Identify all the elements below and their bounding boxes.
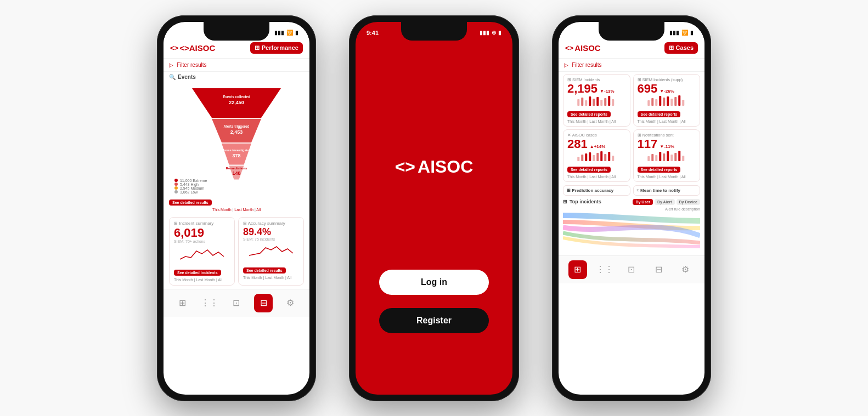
svg-rect-20 bbox=[655, 99, 657, 106]
legend-medium: 2,945 Medium bbox=[174, 186, 204, 190]
nav-list-left[interactable]: ⊡ bbox=[227, 294, 246, 312]
tab-by-device[interactable]: By Device bbox=[677, 199, 700, 205]
svg-rect-43 bbox=[667, 151, 669, 161]
legend-val-extreme: 11,000 bbox=[180, 179, 191, 183]
nav-perf-left[interactable]: ⊟ bbox=[254, 294, 273, 312]
bottom-nav-right: ⊞ ⋮⋮ ⊡ ⊟ ⚙ bbox=[559, 255, 704, 283]
legend-val-medium: 2,945 bbox=[180, 186, 190, 190]
nav-cases-left[interactable]: ⊞ bbox=[173, 294, 192, 312]
incident-summary-label: ⊞ Incident summary bbox=[174, 221, 230, 226]
nav-perf-right[interactable]: ⊟ bbox=[649, 260, 668, 279]
see-notifications-btn[interactable]: See detailed reports bbox=[638, 167, 681, 173]
nav-settings-right[interactable]: ⚙ bbox=[676, 260, 695, 279]
see-incidents-btn[interactable]: See detailed incidents bbox=[174, 270, 221, 276]
siem-incidents-value: 2,195 bbox=[567, 83, 598, 95]
svg-rect-34 bbox=[600, 151, 602, 161]
logo-bracket-icon: <> bbox=[170, 44, 178, 52]
legend-sev-high: High bbox=[190, 183, 198, 186]
notifications-sparkline bbox=[638, 150, 696, 161]
see-aisoc-cases-btn[interactable]: See detailed reports bbox=[567, 167, 611, 173]
legend-dot-extreme bbox=[174, 179, 178, 182]
phone-center-inner: 9:41 ▮▮▮ ⊛ ▮ <> AISOC Log in bbox=[356, 22, 512, 395]
signal-right-icon: ▮▮▮ bbox=[669, 30, 679, 36]
svg-rect-29 bbox=[581, 155, 583, 161]
time-links-accuracy: This Month | Last Month | All bbox=[243, 276, 299, 280]
login-bracket-icon: <> bbox=[395, 156, 415, 176]
incident-summary-value: 6,019 bbox=[174, 227, 230, 239]
see-results-btn[interactable]: See detailed results bbox=[169, 200, 212, 206]
battery-right-icon: ▮ bbox=[690, 30, 694, 36]
legend-dot-low bbox=[174, 190, 178, 193]
status-time-center: 9:41 bbox=[367, 30, 379, 36]
filter-icon-right: ▷ bbox=[564, 62, 568, 68]
this-month-link[interactable]: This Month bbox=[212, 208, 232, 212]
tab-pills: By User By Alert By Device bbox=[633, 199, 700, 205]
svg-rect-38 bbox=[647, 156, 650, 161]
tab-by-user[interactable]: By User bbox=[633, 199, 652, 205]
svg-rect-13 bbox=[596, 97, 599, 106]
aisoc-cases-sparkline bbox=[567, 150, 626, 161]
status-icons-left: ▮▮▮ 🛜 ▮ bbox=[274, 30, 298, 36]
legend-low: 3,062 Low bbox=[174, 190, 198, 194]
wifi-right-icon: 🛜 bbox=[681, 30, 688, 36]
legend-extreme: 11,000 Extreme bbox=[174, 179, 207, 183]
top-incidents-label-container: ⊞ Top incidents bbox=[563, 199, 601, 204]
mean-time-label: ≈ Mean time to notify bbox=[633, 185, 701, 196]
svg-rect-26 bbox=[678, 95, 680, 106]
app-header-left: <> <>AISOC ⊞ Performance bbox=[164, 38, 309, 59]
svg-rect-39 bbox=[651, 154, 653, 161]
svg-rect-30 bbox=[585, 153, 587, 161]
svg-rect-16 bbox=[608, 96, 610, 106]
filter-bar-left[interactable]: ▷ Filter results bbox=[164, 59, 309, 72]
see-accuracy-btn[interactable]: See detailed results bbox=[243, 267, 286, 273]
svg-rect-36 bbox=[608, 152, 610, 161]
nav-cases-right[interactable]: ⊞ bbox=[568, 260, 587, 279]
bottom-nav-left: ⊞ ⋮⋮ ⊡ ⊟ ⚙ bbox=[164, 289, 309, 317]
accuracy-summary-sub: SIEM: 75 incidents bbox=[243, 237, 299, 241]
legend-val-high: 5,443 bbox=[180, 183, 190, 186]
funnel-container: Events collected 22,450 Alerts triggered… bbox=[164, 81, 309, 214]
svg-rect-27 bbox=[682, 100, 684, 106]
svg-rect-37 bbox=[612, 156, 614, 161]
svg-rect-40 bbox=[655, 155, 657, 161]
legend-dot-medium bbox=[174, 186, 178, 190]
nav-grid-left[interactable]: ⋮⋮ bbox=[200, 294, 219, 312]
logo-right: <> AISOC bbox=[565, 43, 601, 53]
svg-rect-22 bbox=[663, 98, 665, 106]
top-incidents-icon: ⊞ bbox=[563, 199, 567, 204]
nav-grid-right[interactable]: ⋮⋮ bbox=[595, 260, 614, 279]
svg-rect-19 bbox=[651, 98, 653, 106]
svg-rect-41 bbox=[659, 152, 661, 161]
incident-summary-sub: SIEM: 70+ actions bbox=[174, 240, 230, 243]
login-button[interactable]: Log in bbox=[379, 270, 489, 295]
chart-col-header: Alert rule description bbox=[563, 207, 700, 211]
svg-text:148: 148 bbox=[232, 170, 240, 176]
accuracy-sparkline bbox=[243, 243, 299, 260]
all-link[interactable]: All bbox=[256, 208, 261, 212]
nav-list-right[interactable]: ⊡ bbox=[622, 260, 641, 279]
see-siem-supp-btn[interactable]: See detailed reports bbox=[638, 111, 681, 117]
legend-sev-low: Low bbox=[190, 190, 198, 194]
svg-rect-46 bbox=[678, 151, 680, 161]
svg-rect-24 bbox=[670, 99, 673, 106]
tab-by-alert[interactable]: By Alert bbox=[655, 199, 675, 205]
aisoc-cases-value: 281 bbox=[567, 138, 588, 150]
accuracy-summary-label: ⊞ Accuracy summary bbox=[243, 221, 299, 226]
incident-sparkline bbox=[174, 246, 230, 262]
filter-bar-right[interactable]: ▷ Filter results bbox=[559, 59, 704, 72]
last-month-link[interactable]: Last Month bbox=[234, 208, 253, 212]
logo-text-right: AISOC bbox=[574, 43, 601, 53]
status-icons-center: ▮▮▮ ⊛ ▮ bbox=[480, 30, 501, 36]
svg-rect-17 bbox=[612, 99, 614, 106]
siem-supp-card: ⊞ SIEM Incidents (supp) 695 ▼-26% bbox=[633, 74, 701, 127]
svg-rect-12 bbox=[593, 99, 595, 106]
svg-rect-25 bbox=[674, 97, 677, 106]
filter-icon-left: ▷ bbox=[169, 62, 173, 68]
see-siem-incidents-btn[interactable]: See detailed reports bbox=[567, 111, 611, 117]
svg-rect-35 bbox=[604, 154, 606, 161]
siem-supp-value: 695 bbox=[638, 83, 658, 95]
svg-rect-47 bbox=[682, 156, 684, 161]
svg-text:Alerts triggered: Alerts triggered bbox=[224, 124, 250, 129]
nav-settings-left[interactable]: ⚙ bbox=[281, 294, 300, 312]
register-button[interactable]: Register bbox=[379, 308, 489, 333]
